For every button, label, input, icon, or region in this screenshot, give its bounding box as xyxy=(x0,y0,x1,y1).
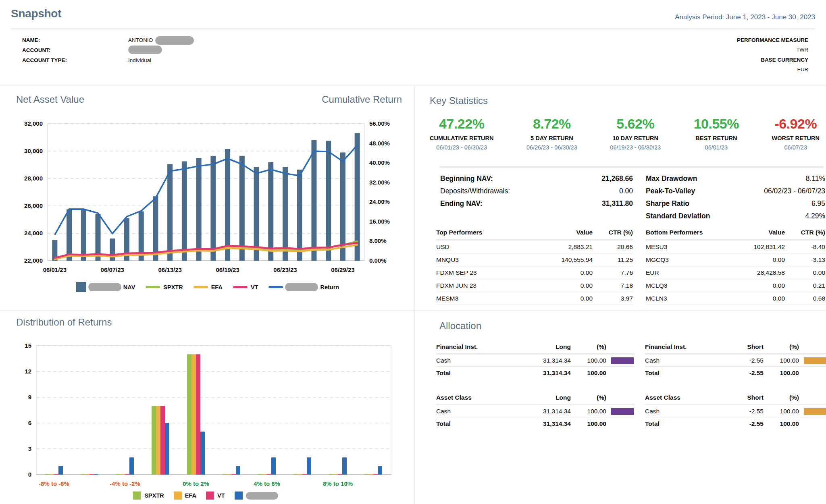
allocation-header: Asset ClassLong(%) xyxy=(436,393,635,404)
dist-bar-efa xyxy=(85,474,89,475)
nav-bar xyxy=(268,162,273,261)
left-axis-tick: 28,000 xyxy=(24,175,43,182)
nav-bar xyxy=(81,209,86,261)
allocation-header-side: Long xyxy=(510,343,571,351)
dist-bar-spxtr xyxy=(116,474,121,475)
left-axis-tick: 24,000 xyxy=(24,230,43,236)
name-label: NAME: xyxy=(22,37,40,43)
dist-bar-efa xyxy=(50,474,54,475)
allocation-row-value: 31,314.34 xyxy=(510,357,571,364)
portfolio-legend-swatch xyxy=(235,492,243,500)
redacted-label xyxy=(246,492,278,500)
key-stat-dates: 06/26/23 - 06/30/23 xyxy=(526,144,577,151)
key-stat: 47.22%CUMULATIVE RETURN06/01/23 - 06/30/… xyxy=(430,116,493,151)
performance-measure-value: TWR xyxy=(796,47,808,53)
dist-bar-efa xyxy=(262,474,267,475)
allocation-total-value: 31,314.34 xyxy=(510,369,571,377)
dist-bar-efa xyxy=(121,474,125,475)
legend-item: SPXTR xyxy=(146,284,183,290)
legend-label: EFA xyxy=(185,492,196,499)
instrument-name: MCLQ3 xyxy=(646,282,720,289)
key-stat: 5.62%10 DAY RETURN06/19/23 - 06/30/23 xyxy=(610,116,661,151)
allocation-header-pct: (%) xyxy=(764,394,799,401)
instrument-name: MGCQ3 xyxy=(646,256,720,263)
legend-item: EFA xyxy=(193,284,223,290)
instrument-ctr: 11.25 xyxy=(593,256,633,263)
allocation-row-pct: 100.00 xyxy=(571,357,606,364)
redacted-label xyxy=(285,283,318,291)
performers-row: MNQU3140,555.9411.25 xyxy=(436,253,633,266)
instrument-ctr: 20.66 xyxy=(593,243,633,251)
left-axis-tick: 26,000 xyxy=(24,202,43,209)
instrument-value: 0.00 xyxy=(720,256,785,263)
page-title: Snapshot xyxy=(11,7,61,20)
allocation-row-name: Cash xyxy=(436,408,510,415)
dist-bar-vt xyxy=(54,474,58,475)
allocation-table: Financial Inst.Long(%)Cash31,314.34100.0… xyxy=(436,342,635,379)
top-performers-table: Top PerformersValueCTR (%)USD2,883.2120.… xyxy=(436,227,633,305)
instrument-value: 0.00 xyxy=(720,282,785,289)
instrument-value: 140,555.94 xyxy=(528,256,593,263)
allocation-bar xyxy=(804,408,826,415)
key-stat-dates: 06/07/23 xyxy=(772,144,820,151)
instrument-name: MESM3 xyxy=(436,295,528,302)
allocation-total-pct: 100.00 xyxy=(571,420,606,427)
nav-summary: Beginning NAV:21,268.66Deposits/Withdraw… xyxy=(440,172,633,210)
instrument-ctr: -8.40 xyxy=(785,243,825,251)
summary-value: 6.95 xyxy=(811,197,825,210)
instrument-name: FDXM JUN 23 xyxy=(436,282,528,289)
performers-row: MESM30.003.97 xyxy=(436,292,633,305)
dist-bar-efa xyxy=(191,354,196,475)
allocation-row-value: -2.55 xyxy=(703,357,764,364)
right-axis-tick: 32.00% xyxy=(369,179,390,186)
left-axis-tick: 30,000 xyxy=(24,147,43,154)
performers-header: Bottom PerformersValueCTR (%) xyxy=(646,227,825,239)
summary-label: Ending NAV: xyxy=(440,197,483,210)
legend-item: VT xyxy=(206,492,225,500)
key-stat-value: 5.62% xyxy=(610,116,661,132)
dist-bar-portfolio xyxy=(58,466,63,475)
legend-label: SPXTR xyxy=(144,492,164,499)
risk-summary: Max Drawdown8.11%Peak-To-Valley06/02/23 … xyxy=(646,172,825,222)
allocation-total-row: Total31,314.34100.00 xyxy=(436,417,635,430)
dist-bar-vt xyxy=(89,474,94,475)
efa-legend-swatch xyxy=(174,492,182,500)
allocation-total-row: Total-2.55100.00 xyxy=(645,417,826,430)
allocation-total-row: Total31,314.34100.00 xyxy=(436,367,635,379)
dist-bar-spxtr xyxy=(293,474,298,475)
nav-bar xyxy=(283,167,288,261)
summary-label: Deposits/Withdrawals: xyxy=(440,185,510,197)
allocation-header-name: Asset Class xyxy=(645,394,703,401)
nav-bar xyxy=(311,140,316,261)
summary-row: Beginning NAV:21,268.66 xyxy=(440,172,633,185)
gridlines xyxy=(36,346,391,449)
performers-header-ctr: CTR (%) xyxy=(593,229,633,236)
performers-header-name: Top Performers xyxy=(436,229,528,236)
allocation-total-pct: 100.00 xyxy=(571,369,606,377)
x-axis-tick: 06/07/23 xyxy=(101,266,124,273)
allocation-row-value: -2.55 xyxy=(703,408,764,415)
y-axis-tick: 0 xyxy=(28,471,31,478)
summary-row: Standard Deviation4.29% xyxy=(646,210,825,222)
redacted-name xyxy=(155,36,194,45)
performers-header: Top PerformersValueCTR (%) xyxy=(436,227,633,239)
nav-bar xyxy=(196,158,202,261)
instrument-name: FDXM SEP 23 xyxy=(436,269,528,276)
dist-bar-efa xyxy=(298,474,302,475)
dist-bar-spxtr xyxy=(152,406,156,475)
account-label: ACCOUNT: xyxy=(22,47,51,53)
spxtr-legend-swatch xyxy=(133,492,141,500)
bucket-label: -8% to -6% xyxy=(39,480,69,487)
allocation-row-name: Cash xyxy=(645,408,703,415)
summary-value: 06/02/23 - 06/07/23 xyxy=(764,185,825,197)
instrument-value: 0.00 xyxy=(528,282,593,289)
nav-chart-titles: Net Asset Value Cumulative Return xyxy=(16,94,402,105)
x-axis-tick: 06/23/23 xyxy=(273,266,297,273)
y-axis-tick: 6 xyxy=(28,419,31,426)
dist-bar-portfolio xyxy=(236,466,240,475)
legend-item: EFA xyxy=(174,492,196,500)
dist-bar-efa xyxy=(333,474,338,475)
name-value: ANTONIO xyxy=(128,36,194,45)
summary-value: 8.11% xyxy=(806,172,825,185)
header-divider xyxy=(11,28,815,29)
